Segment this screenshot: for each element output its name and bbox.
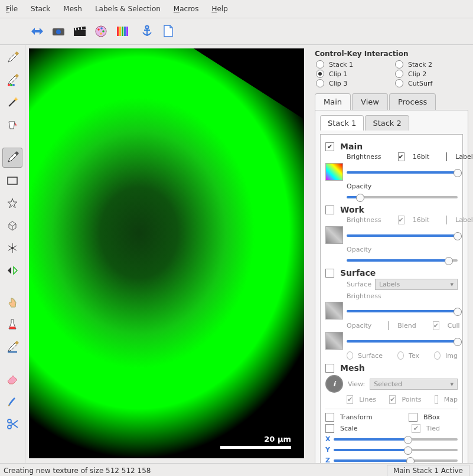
slider-y[interactable] (334, 445, 458, 454)
mirror-icon[interactable] (3, 261, 22, 280)
panel-tabs: Main View Process (315, 93, 468, 110)
svg-point-23 (10, 84, 12, 86)
chk-mesh[interactable] (325, 364, 334, 373)
svg-line-30 (12, 246, 17, 248)
chk-16bit-main[interactable] (398, 152, 405, 161)
menu-macros[interactable]: Macros (174, 5, 199, 13)
render-view[interactable]: 20 µm (29, 48, 304, 458)
chk-transform[interactable] (325, 413, 334, 422)
menu-file[interactable]: File (6, 5, 18, 13)
radio-clip1[interactable]: Clip 1 (316, 70, 389, 78)
subtab-stack2[interactable]: Stack 2 (365, 115, 409, 131)
slider-work-brightness[interactable] (347, 230, 458, 240)
arrow-left-right-icon[interactable] (30, 24, 45, 39)
svg-point-8 (97, 28, 100, 31)
chk-labels-work (446, 216, 447, 224)
combo-surface[interactable]: Labels▾ (375, 279, 458, 290)
svg-point-24 (12, 84, 15, 86)
brush-icon[interactable] (3, 392, 22, 411)
document-icon[interactable] (161, 24, 176, 39)
menu-mesh[interactable]: Mesh (63, 5, 82, 13)
radio-clip3[interactable]: Clip 3 (316, 79, 389, 87)
chk-work[interactable] (325, 206, 334, 214)
slider-x[interactable] (334, 434, 458, 444)
viewport[interactable]: 20 µm (25, 45, 310, 463)
eyedropper-crossed-icon[interactable] (3, 338, 22, 357)
status-right: Main Stack 1 Active (387, 465, 469, 476)
tab-view[interactable]: View (352, 93, 388, 110)
menu-stack[interactable]: Stack (31, 5, 50, 13)
svg-rect-13 (119, 27, 121, 36)
subtab-stack1[interactable]: Stack 1 (320, 115, 364, 131)
svg-point-10 (102, 30, 105, 32)
rectangle-icon[interactable] (3, 171, 22, 190)
svg-point-11 (100, 32, 102, 35)
scale-bar: 20 µm (220, 435, 291, 449)
svg-line-25 (9, 99, 16, 106)
eyedropper-rgb-icon[interactable] (3, 71, 22, 90)
colormap-main[interactable] (325, 163, 343, 181)
svg-rect-14 (122, 27, 123, 36)
vertex-star-icon[interactable] (3, 239, 22, 257)
rainbow-bars-icon[interactable] (115, 24, 130, 39)
vertical-toolbar (0, 45, 25, 463)
chk-bbox[interactable] (409, 413, 417, 422)
menu-help[interactable]: Help (211, 5, 227, 13)
camera-icon[interactable] (51, 24, 66, 39)
palette-icon[interactable] (93, 24, 109, 39)
combo-mesh-view[interactable]: Selected▾ (370, 379, 458, 390)
slider-surf-brightness[interactable] (347, 306, 458, 315)
chk-main[interactable] (325, 142, 334, 151)
clapper-icon[interactable] (72, 24, 87, 39)
radio-stack2[interactable]: Stack 2 (395, 60, 468, 69)
chk-map (435, 395, 438, 404)
radio-stack1[interactable]: Stack 1 (316, 60, 389, 69)
anchor-icon[interactable] (139, 24, 155, 39)
svg-rect-16 (126, 27, 128, 36)
eyedropper-icon[interactable] (3, 48, 22, 67)
slider-z[interactable] (334, 455, 458, 463)
flask-icon[interactable] (3, 315, 22, 334)
slider-main-brightness[interactable] (347, 167, 458, 177)
menu-bar: File Stack Mesh Labels & Selection Macro… (0, 0, 473, 18)
wireframe-cube-icon[interactable] (3, 216, 22, 235)
menu-labels[interactable]: Labels & Selection (95, 5, 161, 13)
wand-icon[interactable] (3, 93, 22, 112)
tab-process[interactable]: Process (389, 93, 436, 110)
colormap-work (325, 226, 343, 244)
slider-main-opacity[interactable] (347, 192, 458, 201)
eyedropper-tool-icon[interactable] (2, 148, 22, 168)
radio-clip2[interactable]: Clip 2 (395, 70, 468, 78)
svg-line-34 (8, 246, 12, 248)
chk-tied (412, 424, 420, 433)
chk-scale[interactable] (325, 424, 334, 433)
chk-points (389, 395, 396, 404)
svg-point-1 (56, 30, 61, 34)
bucket-icon[interactable] (3, 116, 22, 135)
svg-point-22 (8, 84, 10, 86)
chk-blend (388, 321, 389, 330)
svg-rect-15 (124, 27, 126, 36)
content-area: 20 µm Control-Key Interaction Stack 1 St… (0, 45, 473, 463)
radio-cutsurf[interactable]: CutSurf (395, 79, 468, 87)
hand-pointer-icon[interactable] (3, 293, 22, 312)
status-bar: Creating new texture of size 512 512 158… (0, 463, 473, 476)
chk-cull (433, 321, 439, 330)
tab-main[interactable]: Main (315, 93, 351, 110)
colormap-surf1 (325, 302, 343, 319)
scissors-icon[interactable] (3, 415, 22, 433)
chk-labels-main[interactable] (446, 152, 447, 161)
svg-point-17 (146, 26, 149, 29)
svg-rect-12 (117, 27, 119, 36)
scale-label: 20 µm (264, 435, 291, 444)
svg-rect-2 (74, 30, 86, 36)
star-burst-icon[interactable] (3, 194, 22, 213)
status-left: Creating new texture of size 512 512 158 (4, 467, 151, 475)
info-icon[interactable]: i (325, 375, 343, 393)
eraser-icon[interactable] (3, 370, 22, 389)
chk-surface[interactable] (325, 269, 334, 278)
slider-surf-opacity[interactable] (347, 336, 458, 345)
colormap-surf2 (325, 332, 343, 350)
slider-work-opacity[interactable] (347, 255, 458, 265)
main-toolbar (0, 18, 473, 45)
